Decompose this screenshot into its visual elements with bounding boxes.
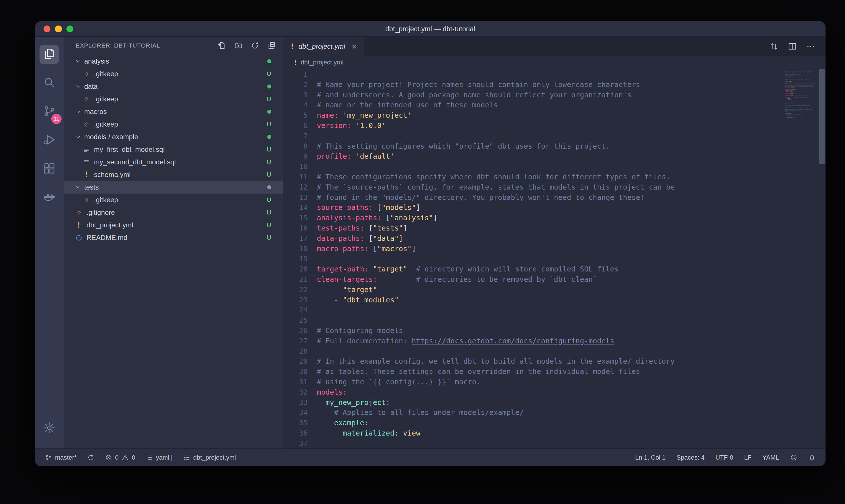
code-line[interactable]: 34 # Applies to all files under models/e…: [283, 408, 777, 418]
tree-item-readme-md[interactable]: README.mdU: [64, 231, 283, 244]
tab-dbt-project-yml[interactable]: ! dbt_project.yml ×: [283, 37, 364, 56]
refresh-icon[interactable]: [251, 41, 259, 50]
line-number: 12: [283, 182, 308, 193]
code-line[interactable]: 26# Configuring models: [283, 326, 777, 336]
code-line[interactable]: 33 my_new_project:: [283, 397, 777, 408]
code-editor[interactable]: 12# Name your project! Project names sho…: [283, 69, 826, 448]
tree-item-data[interactable]: data: [64, 80, 283, 93]
line-number: 32: [283, 387, 308, 397]
code-line[interactable]: 5name: 'my_new_project': [283, 110, 777, 121]
tree-item-my-first-dbt-model-sql[interactable]: my_first_dbt_model.sqlU: [64, 143, 283, 156]
language-mode[interactable]: YAML: [762, 454, 779, 461]
branch-indicator[interactable]: master*: [45, 454, 77, 461]
tree-item-gitkeep[interactable]: .gitkeepU: [64, 194, 283, 206]
code-line[interactable]: 10: [283, 162, 777, 172]
tree-item-analysis[interactable]: analysis: [64, 55, 283, 68]
tree-item-schema-yml[interactable]: !schema.ymlU: [64, 168, 283, 181]
new-folder-icon[interactable]: [234, 41, 242, 50]
code-line[interactable]: 36 materialized: view: [283, 428, 777, 438]
activity-run-debug[interactable]: [35, 126, 64, 155]
code-line[interactable]: 35 example:: [283, 418, 777, 428]
code-line[interactable]: 29# In this example config, we tell dbt …: [283, 356, 777, 366]
scrollbar[interactable]: [819, 69, 825, 164]
line-number: 21: [283, 274, 308, 285]
tree-item-models-example[interactable]: models / example: [64, 130, 283, 143]
tree-item-gitkeep[interactable]: .gitkeepU: [64, 68, 283, 80]
minimap[interactable]: # Name your project! Project names shoul…: [781, 70, 819, 120]
code-line[interactable]: 24: [283, 305, 777, 315]
search-icon: [43, 76, 56, 90]
problems-indicator[interactable]: 0 0: [105, 454, 136, 461]
tree-item-gitkeep[interactable]: .gitkeepU: [64, 118, 283, 130]
line-number: 25: [283, 315, 308, 326]
line-number: 22: [283, 285, 308, 295]
activity-settings[interactable]: [35, 414, 64, 443]
code-line[interactable]: 22 - "target": [283, 285, 777, 295]
activity-search[interactable]: [35, 69, 64, 97]
line-number: 35: [283, 418, 308, 428]
tree-item-my-second-dbt-model-sql[interactable]: my_second_dbt_model.sqlU: [64, 156, 283, 168]
breadcrumb[interactable]: ! dbt_project.yml: [283, 56, 826, 69]
tab-close-icon[interactable]: ×: [352, 42, 357, 51]
activity-explorer[interactable]: [35, 40, 64, 69]
code-line[interactable]: 11# These configurations specify where d…: [283, 172, 777, 182]
code-line[interactable]: 20target-path: "target" # directory whic…: [283, 264, 777, 274]
code-line[interactable]: 31# using the `{{ config(...) }}` macro.: [283, 377, 777, 387]
sidebar-toolbar: [217, 41, 276, 50]
code-line[interactable]: 25: [283, 315, 777, 326]
activity-source-control[interactable]: 11: [35, 97, 64, 126]
indentation-indicator[interactable]: Spaces: 4: [677, 454, 705, 461]
encoding-indicator[interactable]: UTF-8: [716, 454, 733, 461]
code-line[interactable]: 6version: '1.0.0': [283, 121, 777, 131]
code-line[interactable]: 1: [283, 69, 777, 79]
code-line[interactable]: 17data-paths: ["data"]: [283, 233, 777, 244]
code-line[interactable]: 28: [283, 346, 777, 357]
code-line[interactable]: 27# Full documentation: https://docs.get…: [283, 336, 777, 346]
tree-item-macros[interactable]: macros: [64, 105, 283, 118]
yaml-schema-indicator[interactable]: yaml |: [145, 454, 173, 461]
titlebar[interactable]: dbt_project.yml — dbt-tutorial: [35, 21, 826, 37]
feedback-smiley[interactable]: [790, 454, 797, 461]
code-line[interactable]: 32models:: [283, 387, 777, 397]
code-line[interactable]: 21clean-targets: # directories to be rem…: [283, 274, 777, 285]
tree-item-label: my_second_dbt_model.sql: [94, 158, 176, 166]
code-line[interactable]: 12# The `source-paths` config, for examp…: [283, 182, 777, 193]
code-line[interactable]: 19: [283, 254, 777, 264]
eol-indicator[interactable]: LF: [744, 454, 752, 461]
sync-button[interactable]: [87, 454, 94, 461]
main-area: 11 EXPLORER: DBT-TUTORIAL analysis.gitke…: [35, 37, 826, 448]
notifications-bell[interactable]: [808, 454, 816, 461]
close-window-button[interactable]: [43, 25, 50, 32]
code-line[interactable]: 7: [283, 131, 777, 141]
code-line[interactable]: 8# This setting configures which "profil…: [283, 141, 777, 151]
code-line[interactable]: 15analysis-paths: ["analysis"]: [283, 213, 777, 223]
tree-item-dbt-project-yml[interactable]: !dbt_project.ymlU: [64, 219, 283, 231]
code-line[interactable]: 14source-paths: ["models"]: [283, 202, 777, 213]
activity-docker[interactable]: [35, 183, 64, 212]
docker-icon: [43, 191, 56, 205]
minimize-window-button[interactable]: [55, 25, 62, 32]
code-line[interactable]: 2# Name your project! Project names shou…: [283, 79, 777, 90]
tree-item-gitignore[interactable]: .gitignoreU: [64, 206, 283, 219]
zoom-window-button[interactable]: [67, 25, 73, 32]
more-icon[interactable]: [806, 42, 815, 51]
tree-item-tests[interactable]: tests: [64, 181, 283, 194]
tree-item-gitkeep[interactable]: .gitkeepU: [64, 93, 283, 105]
new-file-icon[interactable]: [217, 41, 226, 50]
collapse-all-icon[interactable]: [267, 41, 276, 50]
cursor-position[interactable]: Ln 1, Col 1: [635, 454, 665, 461]
split-editor-icon[interactable]: [788, 42, 797, 51]
active-file-indicator[interactable]: dbt_project.yml: [183, 454, 236, 461]
code-line[interactable]: 13# found in the "models/" directory. Yo…: [283, 193, 777, 203]
code-line[interactable]: 23 - "dbt_modules": [283, 295, 777, 305]
code-line[interactable]: 4# name or the intended use of these mod…: [283, 100, 777, 110]
code-line[interactable]: 18macro-paths: ["macros"]: [283, 244, 777, 254]
code-line[interactable]: 16test-paths: ["tests"]: [283, 223, 777, 233]
code-line[interactable]: 30# as tables. These settings can be ove…: [283, 366, 777, 377]
code-line[interactable]: 37: [283, 438, 777, 448]
activity-extensions[interactable]: [35, 155, 64, 183]
code-line[interactable]: 3# and underscores. A good package name …: [283, 90, 777, 100]
open-changes-icon[interactable]: [769, 42, 778, 51]
branch-name: master*: [55, 454, 77, 461]
code-line[interactable]: 9profile: 'default': [283, 151, 777, 162]
